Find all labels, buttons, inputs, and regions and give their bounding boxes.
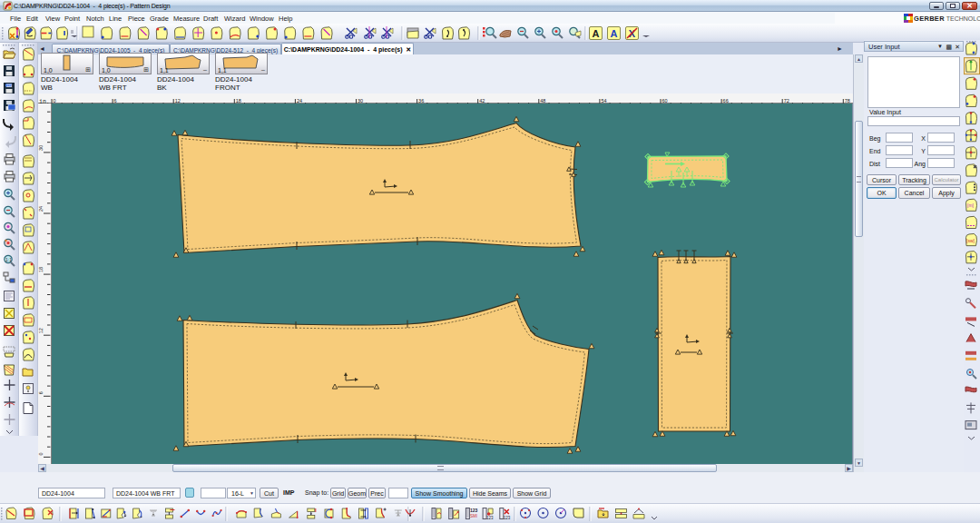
svg-text:0: 0	[54, 98, 56, 104]
svg-text:30: 30	[358, 98, 363, 104]
svg-text:123: 123	[6, 84, 12, 88]
svg-text:60: 60	[662, 98, 668, 104]
svg-text:30: 30	[38, 145, 44, 151]
svg-text:0: 0	[38, 452, 44, 455]
svg-text:123: 123	[486, 516, 494, 520]
svg-text:42: 42	[479, 98, 485, 104]
svg-text:78: 78	[845, 98, 850, 104]
svg-text:123: 123	[504, 516, 511, 520]
svg-text:12: 12	[38, 328, 44, 333]
svg-text:36: 36	[418, 98, 424, 104]
svg-text:6: 6	[114, 98, 117, 104]
svg-text:72: 72	[784, 98, 789, 104]
svg-text:66: 66	[723, 98, 729, 104]
svg-text:1:1: 1:1	[5, 257, 12, 262]
svg-text:123: 123	[470, 508, 478, 513]
svg-text:24: 24	[297, 98, 302, 104]
svg-text:[sw]: [sw]	[966, 238, 975, 243]
svg-text:24: 24	[38, 206, 44, 212]
svg-text:12: 12	[175, 98, 181, 104]
svg-text:A: A	[611, 28, 618, 39]
svg-text:SMI: SMI	[470, 514, 477, 518]
svg-text:54: 54	[601, 98, 606, 104]
svg-text:18: 18	[38, 267, 44, 272]
svg-text:48: 48	[540, 98, 545, 104]
svg-text:6: 6	[38, 391, 44, 394]
svg-text:[m]: [m]	[967, 202, 975, 208]
svg-text:18: 18	[236, 98, 241, 104]
svg-text:A: A	[593, 28, 600, 39]
